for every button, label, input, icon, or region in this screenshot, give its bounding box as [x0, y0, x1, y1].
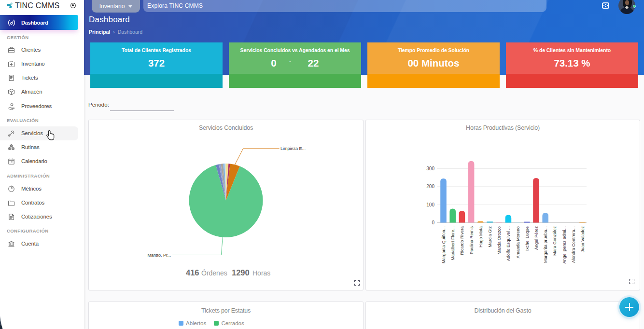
- svg-text:Mantto. Pr...: Mantto. Pr...: [147, 253, 171, 258]
- svg-text:Hugo Mota: Hugo Mota: [478, 226, 483, 247]
- svg-text:Paulina Remis: Paulina Remis: [469, 226, 474, 255]
- svg-text:Margarita prueba...: Margarita prueba...: [543, 226, 548, 263]
- svg-text:416: 416: [186, 268, 199, 277]
- svg-text:100: 100: [426, 202, 434, 207]
- svg-text:200: 200: [426, 184, 434, 189]
- svg-text:Marialbert Flore...: Marialbert Flore...: [450, 226, 455, 260]
- svg-text:Mara González: Mara González: [552, 226, 557, 256]
- svg-text:1290: 1290: [232, 268, 250, 277]
- svg-text:300: 300: [426, 166, 434, 171]
- svg-text:Amanda Moreno: Amanda Moreno: [516, 226, 520, 259]
- svg-text:0: 0: [432, 220, 434, 225]
- svg-text:Alondra Contrera...: Alondra Contrera...: [571, 226, 576, 263]
- svg-text:Ángel Pérez: Ángel Pérez: [534, 226, 539, 250]
- svg-text:Margarita Quiñon...: Margarita Quiñon...: [441, 226, 446, 263]
- svg-text:Órdenes: Órdenes: [201, 269, 227, 277]
- svg-text:Ricardo Rivera: Ricardo Rivera: [460, 226, 464, 255]
- svg-text:Ixchel Luque: Ixchel Luque: [525, 226, 530, 251]
- svg-text:Horas: Horas: [252, 269, 270, 277]
- svg-text:Adolfo Esquivel ...: Adolfo Esquivel ...: [506, 226, 511, 261]
- svg-text:Juan Valadez: Juan Valadez: [580, 226, 585, 252]
- svg-text:Limpieza E...: Limpieza E...: [280, 146, 306, 151]
- svg-text:Marcia Orozco: Marcia Orozco: [497, 226, 502, 255]
- svg-text:Marcia Gtz: Marcia Gtz: [488, 226, 492, 247]
- svg-text:Angel perez admi...: Angel perez admi...: [562, 226, 567, 264]
